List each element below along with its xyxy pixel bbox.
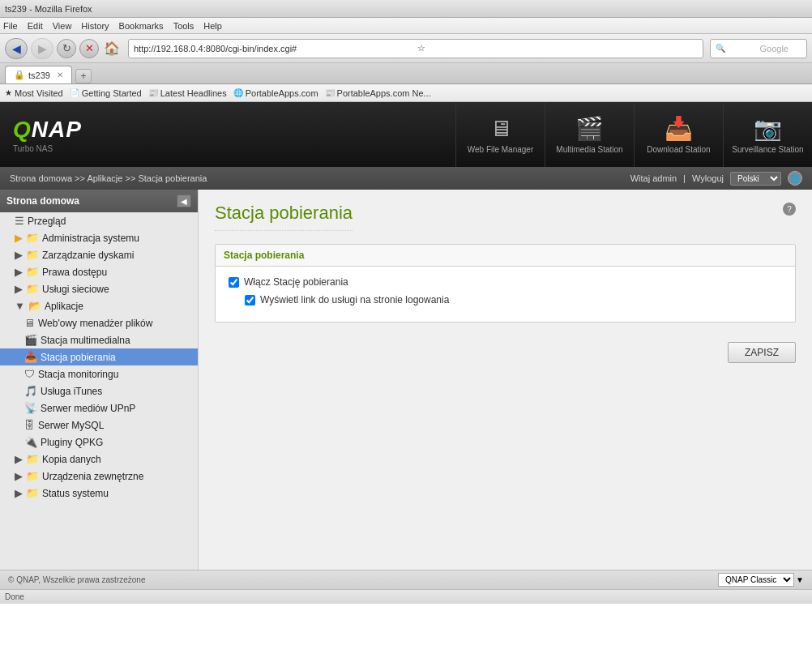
sidebar-label-monitoring: Stacja monitoringu — [38, 369, 118, 380]
breadcrumb-right: Witaj admin | Wyloguj Polski English 🌐 — [630, 171, 802, 186]
expand-icon-uslugi: ▶ — [15, 283, 23, 295]
menu-history[interactable]: History — [81, 21, 109, 31]
qnap-nav: 🖥 Web File Manager 🎬 Multimedia Station … — [130, 102, 812, 167]
home-button[interactable]: 🏠 — [102, 39, 122, 58]
browser-status-bar: Done — [0, 589, 812, 604]
sidebar-title: Strona domowa — [6, 195, 79, 207]
sidebar: Strona domowa ◀ ☰ Przegląd ▶ 📁 Administr… — [0, 190, 199, 570]
page-icon: 📄 — [70, 88, 79, 97]
nav-download-station[interactable]: 📥 Download Station — [634, 102, 723, 167]
app-icon-itunes: 🎵 — [24, 385, 37, 397]
display-link-label[interactable]: Wyświetl link do usługi na stronie logow… — [260, 294, 449, 306]
sidebar-item-webfile[interactable]: 🖥 Web'owy menadżer plików — [0, 314, 198, 331]
browser-toolbar: ◀ ▶ ↻ ✕ 🏠 http://192.168.0.4:8080/cgi-bi… — [0, 34, 812, 63]
sidebar-label-status: Status systemu — [42, 488, 109, 499]
breadcrumb: Strona domowa >> Aplikacje >> Stacja pob… — [10, 173, 207, 183]
menu-edit[interactable]: Edit — [28, 21, 43, 31]
main-layout: Strona domowa ◀ ☰ Przegląd ▶ 📁 Administr… — [0, 190, 812, 570]
sidebar-item-download[interactable]: 📥 Stacja pobierania — [0, 348, 198, 365]
menu-bookmarks[interactable]: Bookmarks — [119, 21, 164, 31]
sidebar-label-multimedia: Stacja multimedialna — [41, 335, 130, 346]
browser-menubar: File Edit View History Bookmarks Tools H… — [0, 18, 812, 34]
globe-language-icon[interactable]: 🌐 — [788, 171, 802, 186]
sidebar-collapse-button[interactable]: ◀ — [177, 194, 191, 207]
bookmark-getting-started[interactable]: 📄 Getting Started — [70, 88, 142, 98]
search-bar[interactable]: 🔍 Google — [710, 39, 807, 58]
nav-multimedia-station[interactable]: 🎬 Multimedia Station — [545, 102, 634, 167]
bookmark-portableapps2[interactable]: 📰 PortableApps.com Ne... — [325, 88, 431, 98]
menu-view[interactable]: View — [53, 21, 72, 31]
logout-link[interactable]: Wyloguj — [692, 173, 724, 183]
sidebar-item-mysql[interactable]: 🗄 Serwer MySQL — [0, 417, 198, 434]
expand-icon-aplikacje: ▼ — [15, 300, 25, 312]
sidebar-item-aplikacje[interactable]: ▼ 📂 Aplikacje — [0, 297, 198, 314]
new-tab-button[interactable]: + — [75, 69, 92, 83]
sidebar-item-urzadzenia[interactable]: ▶ 📁 Urządzenia zewnętrzne — [0, 468, 198, 485]
bookmark-label: PortableApps.com Ne... — [337, 88, 431, 98]
browser-tab-active[interactable]: 🔒 ts239 ✕ — [5, 66, 72, 83]
reload-button[interactable]: ↻ — [57, 39, 76, 58]
browser-titlebar: ts239 - Mozilla Firefox — [0, 0, 812, 18]
sidebar-label-aplikacje: Aplikacje — [45, 301, 83, 312]
folder-icon-admin: ▶ — [15, 232, 23, 244]
enable-label[interactable]: Włącz Stację pobierania — [244, 276, 348, 288]
theme-selector[interactable]: QNAP Classic — [718, 573, 794, 587]
sidebar-item-multimedia[interactable]: 🎬 Stacja multimedialna — [0, 331, 198, 348]
bookmark-portableapps[interactable]: 🌐 PortableApps.com — [233, 88, 318, 98]
sidebar-label-dyski: Zarządzanie dyskami — [42, 250, 134, 261]
stop-button[interactable]: ✕ — [79, 39, 99, 58]
bookmark-latest-headlines[interactable]: 📰 Latest Headlines — [148, 88, 227, 98]
sidebar-label-urzadzenia: Urządzenia zewnętrzne — [42, 471, 143, 482]
display-link-checkbox[interactable] — [245, 295, 255, 306]
language-selector[interactable]: Polski English — [730, 172, 781, 186]
sidebar-item-status[interactable]: ▶ 📁 Status systemu — [0, 485, 198, 502]
sidebar-label-przeglad: Przegląd — [28, 216, 66, 227]
star-icon: ★ — [5, 88, 12, 97]
save-button[interactable]: ZAPISZ — [728, 342, 796, 363]
sidebar-item-upnp[interactable]: 📡 Serwer mediów UPnP — [0, 400, 198, 417]
folder-icon2: 📁 — [26, 232, 39, 244]
enable-checkbox[interactable] — [229, 277, 239, 288]
sidebar-item-uslugi[interactable]: ▶ 📁 Usługi sieciowe — [0, 280, 198, 297]
bookmark-star-icon[interactable]: ☆ — [417, 43, 698, 53]
theme-dropdown-icon[interactable]: ▼ — [796, 575, 804, 584]
bookmark-label: PortableApps.com — [246, 88, 318, 98]
forward-button[interactable]: ▶ — [31, 38, 53, 59]
folder-icon-prawa: 📁 — [26, 266, 39, 278]
sidebar-item-administracja[interactable]: ▶ 📁 Administracja systemu — [0, 229, 198, 246]
help-icon[interactable]: ? — [783, 203, 796, 216]
status-text: Done — [5, 592, 24, 601]
menu-help[interactable]: Help — [203, 21, 222, 31]
sidebar-item-prawa[interactable]: ▶ 📁 Prawa dostępu — [0, 263, 198, 280]
folder-icon-status: 📁 — [26, 487, 39, 499]
sidebar-item-qpkg[interactable]: 🔌 Pluginy QPKG — [0, 434, 198, 451]
monitor-icon: 🖥 — [489, 115, 512, 142]
sidebar-item-przeglad[interactable]: ☰ Przegląd — [0, 212, 198, 229]
back-button[interactable]: ◀ — [5, 38, 28, 59]
menu-tools[interactable]: Tools — [173, 21, 194, 31]
expand-icon-urzadzenia: ▶ — [15, 470, 23, 482]
bookmark-label: Latest Headlines — [160, 88, 227, 98]
expand-icon-status: ▶ — [15, 487, 23, 499]
footer-theme: QNAP Classic ▼ — [718, 573, 804, 587]
sidebar-item-monitoring[interactable]: 🛡 Stacja monitoringu — [0, 365, 198, 382]
welcome-text: Witaj admin — [630, 173, 677, 183]
app-footer: © QNAP, Wszelkie prawa zastrzeżone QNAP … — [0, 570, 812, 589]
nav-surveillance-station[interactable]: 📷 Surveillance Station — [723, 102, 812, 167]
search-engine-icon: 🔍 — [716, 44, 758, 53]
app-icon-qpkg: 🔌 — [24, 436, 37, 448]
download-icon: 📥 — [665, 115, 693, 142]
page-title: Stacja pobierania — [215, 203, 353, 231]
bookmark-most-visited[interactable]: ★ Most Visited — [5, 88, 63, 98]
tab-close-icon[interactable]: ✕ — [57, 70, 63, 79]
nav-label-surveillance: Surveillance Station — [732, 145, 803, 155]
expand-icon-prawa: ▶ — [15, 266, 23, 278]
sidebar-item-kopia[interactable]: ▶ 📁 Kopia danych — [0, 451, 198, 468]
breadcrumb-bar: Strona domowa >> Aplikacje >> Stacja pob… — [0, 167, 812, 190]
sidebar-item-itunes[interactable]: 🎵 Usługa iTunes — [0, 382, 198, 400]
address-bar[interactable]: http://192.168.0.4:8080/cgi-bin/index.cg… — [128, 39, 703, 58]
sidebar-item-dyski[interactable]: ▶ 📁 Zarządzanie dyskami — [0, 246, 198, 263]
nav-web-file-manager[interactable]: 🖥 Web File Manager — [455, 102, 545, 167]
menu-file[interactable]: File — [3, 21, 18, 31]
app-icon-multimedia: 🎬 — [24, 334, 37, 346]
